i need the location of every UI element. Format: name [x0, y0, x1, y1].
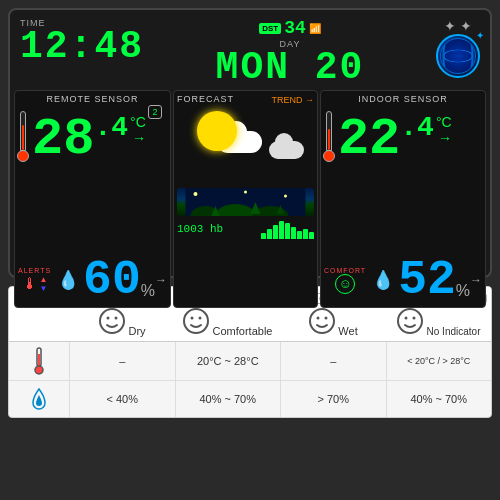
humidity-row-icon-cell [9, 381, 69, 417]
svg-point-18 [324, 317, 327, 320]
time-section: TIME 12:48 [20, 18, 144, 66]
svg-point-8 [244, 191, 247, 194]
forecast-bottom: 1003 hb [177, 188, 314, 239]
dry-label: Dry [128, 325, 145, 337]
landscape-svg [177, 188, 314, 216]
svg-point-13 [184, 309, 208, 333]
indoor-bottom: COMFORT ☺ 💧 52 % → [324, 256, 482, 304]
smiley-icon: ☺ [335, 274, 355, 294]
remote-sensor-panel: REMOTE SENSOR 2 28.4 [14, 90, 171, 308]
remote-humidity-value: 60 [83, 256, 141, 304]
globe-icon [436, 34, 480, 78]
temp-row: – 20°C ~ 28°C – < 20°C / > 28°C [9, 342, 491, 381]
thermometer-icon [19, 111, 27, 162]
humidity-comfortable-cell: 40% ~ 70% [175, 381, 281, 417]
remote-temp-unit-col: °C → [130, 114, 146, 146]
svg-point-10 [100, 309, 124, 333]
remote-bottom: ALERTS 🌡 ▲ ▼ 💧 60 % → [18, 256, 167, 304]
forecast-title-row: FORECAST TREND → [177, 94, 314, 106]
indoor-humidity-display: 52 % → [398, 256, 482, 304]
indoor-temp-display: 22.4 °C → [324, 110, 452, 166]
landscape-strip [177, 188, 314, 216]
arrow-up-icon: ▲ [40, 276, 48, 284]
bar-item [279, 221, 284, 239]
thermo-tube [20, 111, 26, 151]
svg-point-11 [106, 317, 109, 320]
svg-point-16 [310, 309, 334, 333]
indoor-trend-arrow: → [438, 130, 452, 146]
alerts-label: ALERTS [18, 267, 51, 274]
svg-point-14 [191, 317, 194, 320]
comfort-section: COMFORT ☺ [324, 267, 366, 294]
remote-temp-display: 28.4 °C → [18, 110, 146, 166]
trend-label: TREND → [271, 95, 314, 105]
remote-trend-arrow: → [132, 130, 146, 146]
pressure-row: 1003 hb [177, 219, 314, 239]
indoor-thermo-fill [328, 129, 330, 150]
indoor-degree: °C [436, 114, 452, 130]
bar-item [273, 225, 278, 239]
forecast-title: FORECAST [177, 94, 234, 104]
time-value: 12:48 [20, 28, 144, 66]
indoor-thermometer-icon [325, 111, 333, 162]
svg-rect-23 [38, 354, 40, 366]
alert-icons: 🌡 ▲ ▼ [22, 275, 48, 293]
forecast-panel: FORECAST TREND → [173, 90, 318, 308]
comfortable-smiley-icon [182, 307, 210, 335]
temp-wet-cell: – [280, 342, 386, 380]
remote-humidity-display: 60 % → [83, 256, 167, 304]
svg-point-17 [316, 317, 319, 320]
svg-point-15 [199, 317, 202, 320]
bar-item [309, 232, 314, 239]
bar-chart [261, 219, 314, 239]
table-drop-icon [29, 385, 49, 413]
sensor-icon: 2 [148, 105, 162, 119]
bar-item [267, 229, 272, 239]
indoor-title: INDOOR SENSOR [324, 94, 482, 104]
bar-item [297, 231, 302, 239]
svg-point-12 [114, 317, 117, 320]
svg-point-19 [398, 309, 422, 333]
globe-lines [440, 38, 476, 74]
weather-station-display: TIME 12:48 DST 34 📶 DAY MON 20 ✦ ✦ REMOT… [8, 8, 492, 278]
wet-label: Wet [338, 325, 357, 337]
humidity-no-indicator-cell: 40% ~ 70% [386, 381, 492, 417]
alert-arrows: ▲ ▼ [40, 276, 48, 293]
thermo-bulb [17, 150, 29, 162]
stars-icon: ✦ ✦ [444, 18, 472, 34]
table-thermo-icon [29, 346, 49, 376]
remote-degree: °C [130, 114, 146, 130]
no-indicator-label: No Indicator [427, 326, 481, 337]
temp-dry-cell: – [69, 342, 175, 380]
channel-icon: 2 [152, 107, 157, 117]
temp-row-icon-cell [9, 342, 69, 380]
pressure-value: 1003 hb [177, 223, 223, 235]
bar-item [291, 227, 296, 239]
humidity-wet-cell: > 70% [280, 381, 386, 417]
svg-point-24 [35, 366, 43, 374]
cloud2-icon [269, 141, 304, 159]
temp-no-indicator-cell: < 20°C / > 28°C [386, 342, 492, 380]
dry-smiley-icon [98, 307, 126, 335]
indoor-sensor-panel: INDOOR SENSOR 22.4 °C → [320, 90, 486, 308]
svg-point-7 [193, 192, 197, 196]
indoor-humidity-value: 52 [398, 256, 456, 304]
signal-icon: 📶 [309, 23, 321, 34]
bar-item [261, 233, 266, 239]
svg-point-20 [405, 317, 408, 320]
remote-title: REMOTE SENSOR [18, 94, 167, 104]
remote-humidity-unit: % [141, 282, 155, 300]
indoor-thermo-bulb [323, 150, 335, 162]
day-section: DST 34 📶 DAY MON 20 [216, 18, 365, 87]
indoor-humidity-unit: % [456, 282, 470, 300]
header-row: TIME 12:48 DST 34 📶 DAY MON 20 ✦ ✦ [14, 14, 486, 87]
bar-item [285, 223, 290, 239]
alerts-box: ALERTS 🌡 ▲ ▼ [18, 267, 51, 293]
bar-item [303, 229, 308, 239]
arrow-down-icon: ▼ [40, 285, 48, 293]
indoor-humidity-trend-icon: → [470, 273, 482, 287]
weather-scene [177, 106, 314, 186]
no-indicator-smiley-icon [396, 307, 424, 335]
indoor-temp-unit-col: °C → [436, 114, 452, 146]
dst-badge: DST [259, 23, 281, 34]
